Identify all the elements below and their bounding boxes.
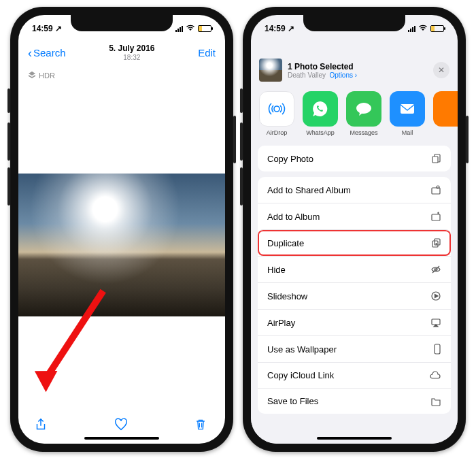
- action-add-shared-album[interactable]: Add to Shared Album: [258, 177, 451, 203]
- airdrop-icon: [259, 91, 294, 127]
- svg-rect-14: [435, 344, 440, 354]
- hdr-badge: HDR: [18, 68, 225, 83]
- share-apps-row[interactable]: AirDrop WhatsApp Messages: [251, 88, 458, 140]
- shared-album-icon: [429, 184, 441, 195]
- share-app-whatsapp[interactable]: WhatsApp: [303, 91, 338, 136]
- share-app-airdrop[interactable]: AirDrop: [259, 91, 294, 136]
- options-link[interactable]: Options ›: [330, 71, 358, 79]
- wifi-icon: [186, 24, 195, 33]
- action-save-files[interactable]: Save to Files: [258, 388, 451, 414]
- action-wallpaper[interactable]: Use as Wallpaper: [258, 335, 451, 362]
- wifi-icon: [418, 24, 428, 33]
- share-sheet: 1 Photo Selected Death Valley Options › …: [251, 52, 458, 444]
- chevron-left-icon: ‹: [28, 47, 32, 59]
- status-time: 14:59 ↗: [32, 24, 62, 33]
- svg-rect-5: [432, 188, 440, 194]
- battery-icon: [198, 25, 211, 32]
- notch: [71, 15, 173, 31]
- hide-icon: [429, 264, 441, 275]
- back-label: Search: [33, 47, 66, 59]
- trash-button[interactable]: [194, 417, 210, 433]
- edit-button[interactable]: Edit: [198, 47, 216, 59]
- sheet-title: 1 Photo Selected: [288, 62, 357, 71]
- more-app-icon: [433, 91, 458, 127]
- action-hide[interactable]: Hide: [258, 256, 451, 282]
- svg-rect-13: [432, 319, 440, 325]
- cloud-icon: [429, 371, 441, 380]
- svg-rect-4: [432, 157, 438, 163]
- close-icon: ✕: [438, 65, 445, 75]
- folder-icon: [429, 397, 441, 406]
- whatsapp-icon: [303, 91, 338, 127]
- action-slideshow[interactable]: Slideshow: [258, 282, 451, 309]
- cellular-signal-icon: [408, 26, 415, 32]
- svg-rect-3: [401, 104, 414, 114]
- favorite-button[interactable]: [114, 417, 130, 433]
- album-icon: [429, 211, 441, 222]
- screen-photo-detail: 14:59 ↗ ‹ Search 5. July 2016 18:32 Edit: [18, 15, 225, 444]
- notch: [303, 15, 405, 31]
- back-button[interactable]: ‹ Search: [28, 47, 66, 59]
- sheet-subtitle: Death Valley Options ›: [288, 71, 357, 79]
- share-button[interactable]: [33, 417, 50, 433]
- share-app-more[interactable]: [433, 91, 458, 136]
- action-copy-photo[interactable]: Copy Photo: [258, 146, 451, 171]
- action-icloud-link[interactable]: Copy iCloud Link: [258, 362, 451, 388]
- status-time: 14:59 ↗: [265, 24, 294, 33]
- play-icon: [429, 291, 441, 301]
- selected-photo-thumbnail: [259, 59, 282, 82]
- nav-bar: ‹ Search 5. July 2016 18:32 Edit: [18, 38, 225, 68]
- action-duplicate[interactable]: Duplicate: [258, 229, 451, 256]
- battery-icon: [430, 25, 444, 32]
- home-indicator: [84, 437, 159, 440]
- phone-right: 14:59 ↗ 1 Photo Selected Death Valley Op…: [243, 7, 466, 452]
- nav-title: 5. July 2016 18:32: [109, 44, 154, 61]
- copy-icon: [429, 153, 441, 164]
- cellular-signal-icon: [175, 26, 183, 32]
- layers-icon: [28, 71, 36, 80]
- photo-preview[interactable]: [18, 174, 225, 316]
- action-airplay[interactable]: AirPlay: [258, 309, 451, 335]
- duplicate-icon: [429, 237, 441, 248]
- svg-rect-7: [432, 214, 440, 220]
- share-app-mail[interactable]: Mail: [390, 91, 425, 136]
- share-sheet-header: 1 Photo Selected Death Valley Options › …: [251, 52, 458, 88]
- action-add-album[interactable]: Add to Album: [258, 203, 451, 229]
- actions-list[interactable]: Copy Photo Add to Shared Album: [251, 140, 458, 444]
- svg-point-2: [274, 106, 279, 112]
- screen-share-sheet: 14:59 ↗ 1 Photo Selected Death Valley Op…: [251, 15, 458, 444]
- close-button[interactable]: ✕: [433, 62, 449, 78]
- wallpaper-icon: [429, 344, 441, 355]
- messages-icon: [346, 91, 381, 127]
- phone-left: 14:59 ↗ ‹ Search 5. July 2016 18:32 Edit: [10, 7, 233, 452]
- airplay-icon: [429, 317, 441, 328]
- home-indicator: [317, 437, 392, 440]
- share-app-messages[interactable]: Messages: [346, 91, 381, 136]
- mail-icon: [390, 91, 425, 127]
